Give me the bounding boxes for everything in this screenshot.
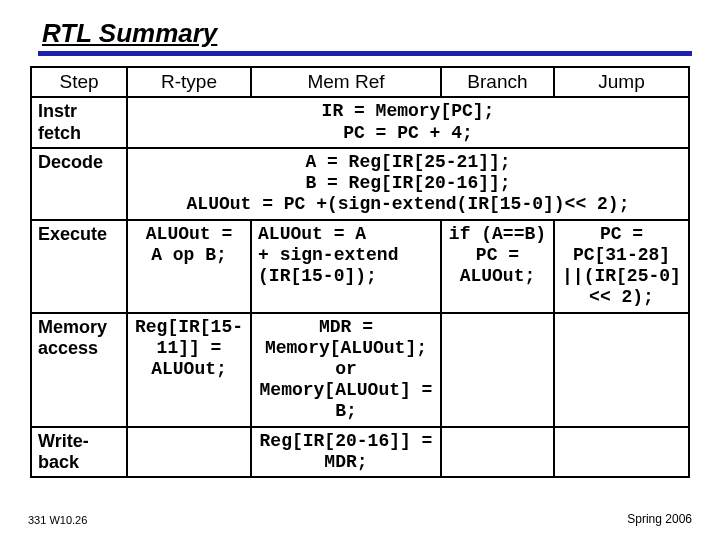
execute-memref: ALUOut = A + sign-extend (IR[15-0]);: [251, 220, 441, 313]
footer-right: Spring 2006: [627, 512, 692, 526]
decode-rtl: A = Reg[IR[25-21]]; B = Reg[IR[20-16]]; …: [127, 148, 689, 220]
col-rtype: R-type: [127, 67, 251, 97]
memory-jump: [554, 313, 689, 427]
footer-left: 331 W10.26: [28, 514, 87, 526]
step-label-memory: Memory access: [31, 313, 127, 427]
col-step: Step: [31, 67, 127, 97]
col-memref: Mem Ref: [251, 67, 441, 97]
fetch-rtl: IR = Memory[PC]; PC = PC + 4;: [127, 97, 689, 147]
row-writeback: Write- back Reg[IR[20-16]] = MDR;: [31, 427, 689, 477]
step-label-decode: Decode: [31, 148, 127, 220]
writeback-jump: [554, 427, 689, 477]
slide-title: RTL Summary: [38, 18, 217, 48]
execute-branch: if (A==B) PC = ALUOut;: [441, 220, 554, 313]
writeback-branch: [441, 427, 554, 477]
slide: RTL Summary Step R-type Mem Ref Branch J…: [0, 0, 720, 540]
title-underline: RTL Summary: [38, 18, 692, 56]
row-instr-fetch: Instr fetch IR = Memory[PC]; PC = PC + 4…: [31, 97, 689, 147]
row-execute: Execute ALUOut = A op B; ALUOut = A + si…: [31, 220, 689, 313]
row-decode: Decode A = Reg[IR[25-21]]; B = Reg[IR[20…: [31, 148, 689, 220]
col-jump: Jump: [554, 67, 689, 97]
memory-branch: [441, 313, 554, 427]
step-label-fetch: Instr fetch: [31, 97, 127, 147]
row-memory-access: Memory access Reg[IR[15- 11]] = ALUOut; …: [31, 313, 689, 427]
col-branch: Branch: [441, 67, 554, 97]
step-label-writeback: Write- back: [31, 427, 127, 477]
memory-memref: MDR = Memory[ALUOut]; or Memory[ALUOut] …: [251, 313, 441, 427]
rtl-summary-table: Step R-type Mem Ref Branch Jump Instr fe…: [30, 66, 690, 478]
writeback-memref: Reg[IR[20-16]] = MDR;: [251, 427, 441, 477]
execute-rtype: ALUOut = A op B;: [127, 220, 251, 313]
execute-jump: PC = PC[31-28] ||(IR[25-0] << 2);: [554, 220, 689, 313]
memory-rtype: Reg[IR[15- 11]] = ALUOut;: [127, 313, 251, 427]
step-label-execute: Execute: [31, 220, 127, 313]
table-header-row: Step R-type Mem Ref Branch Jump: [31, 67, 689, 97]
writeback-rtype: [127, 427, 251, 477]
